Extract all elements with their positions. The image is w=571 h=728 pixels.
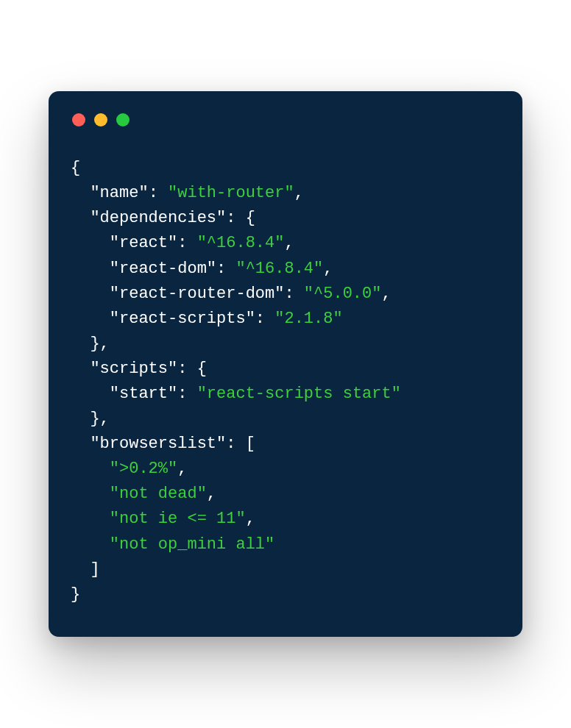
json-string: "with-router" [168,184,294,202]
maximize-icon[interactable] [116,113,130,126]
json-key: "name" [90,184,148,202]
code-block: { "name": "with-router", "dependencies":… [71,156,500,607]
json-string: "not ie <= 11" [110,510,246,528]
brace-open: { [71,159,80,177]
json-string: ">0.2%" [110,460,177,478]
brace-close: } [71,585,80,604]
minimize-icon[interactable] [94,113,107,126]
json-key: "react-dom" [110,260,216,278]
json-key: "react" [110,234,177,252]
code-window: { "name": "with-router", "dependencies":… [49,91,522,637]
json-key: "dependencies" [90,209,226,227]
json-key: "react-router-dom" [110,285,285,303]
json-key: "start" [110,385,177,403]
json-key: "scripts" [90,360,177,378]
json-key: "browserslist" [90,435,226,453]
json-string: "react-scripts start" [197,385,401,403]
json-string: "^5.0.0" [304,285,382,303]
json-string: "2.1.8" [274,310,342,328]
json-string: "^16.8.4" [197,234,285,252]
json-string: "^16.8.4" [235,260,323,278]
json-string: "not dead" [110,485,207,503]
window-titlebar [71,113,500,126]
json-key: "react-scripts" [110,310,255,328]
json-string: "not op_mini all" [110,535,274,554]
close-icon[interactable] [72,113,85,126]
